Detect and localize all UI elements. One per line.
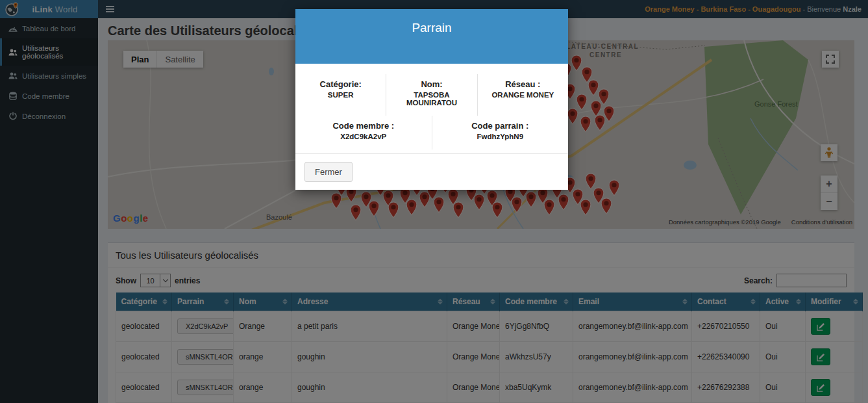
modal-title: Parrain <box>295 21 568 35</box>
field-label-reseau: Réseau : <box>482 79 564 89</box>
field-label-code-membre: Code membre : <box>299 121 428 131</box>
field-label-nom: Nom: <box>390 79 473 89</box>
field-value-reseau: ORANGE MONEY <box>482 91 564 99</box>
field-value-code-parrain: FwdhzYphN9 <box>436 133 565 140</box>
field-label-categorie: Catégorie: <box>299 79 382 89</box>
field-label-code-parrain: Code parrain : <box>436 121 565 131</box>
field-value-nom: TAPSOBA MOUNIRATOU <box>390 91 473 107</box>
parrain-modal: Parrain Catégorie: SUPER Nom: TAPSOBA MO… <box>295 9 568 190</box>
field-value-code-membre: X2dC9kA2vP <box>299 133 428 140</box>
close-modal-button[interactable]: Fermer <box>304 162 353 182</box>
field-value-categorie: SUPER <box>299 91 382 99</box>
